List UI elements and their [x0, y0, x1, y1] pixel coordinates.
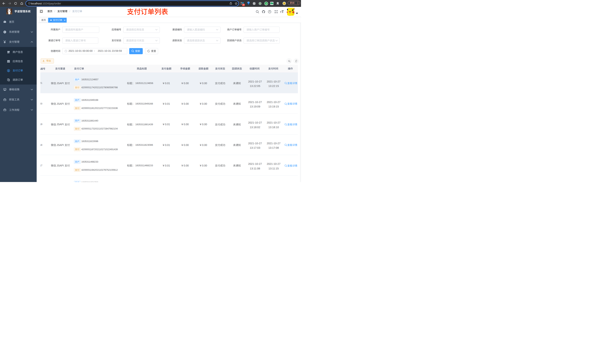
svg-text:?: ?: [269, 10, 270, 13]
svg-text:y: y: [266, 2, 267, 5]
